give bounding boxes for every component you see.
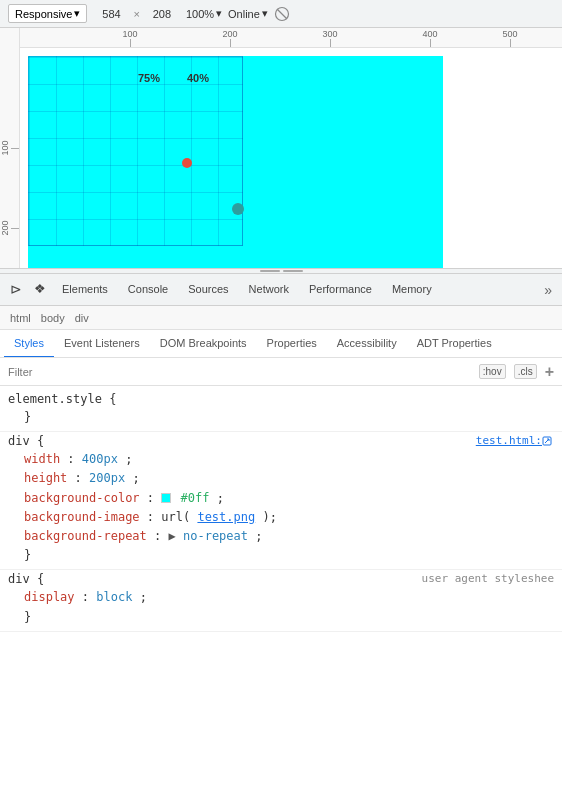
responsive-select[interactable]: Responsive ▾ <box>8 4 87 23</box>
preview-area: 100 200 300 400 500 100 200 75% 40% <box>0 28 562 268</box>
sub-tabs-bar: Styles Event Listeners DOM Breakpoints P… <box>0 330 562 358</box>
sub-tab-event-listeners[interactable]: Event Listeners <box>54 330 150 358</box>
prop-value-height: 200px <box>89 471 125 485</box>
responsive-chevron-icon: ▾ <box>74 7 80 20</box>
style-selector-div-main: test.html: div { <box>8 434 554 448</box>
svg-line-1 <box>277 9 287 19</box>
ruler-label-200: 200 <box>222 29 237 39</box>
tab-sources-label: Sources <box>188 283 228 295</box>
teal-dot-marker <box>232 203 244 215</box>
color-swatch[interactable] <box>161 493 171 503</box>
tab-memory-label: Memory <box>392 283 432 295</box>
vertical-ruler: 100 200 <box>0 28 20 268</box>
style-prop-height: height : 200px ; <box>8 469 554 488</box>
tab-sources[interactable]: Sources <box>178 274 238 306</box>
style-prop-width: width : 400px ; <box>8 450 554 469</box>
style-source-div-main[interactable]: test.html: <box>476 434 542 447</box>
cls-button[interactable]: .cls <box>514 364 537 379</box>
style-block-div-ua: user agent styleshee div { display : blo… <box>0 570 562 631</box>
sub-tab-event-listeners-label: Event Listeners <box>64 337 140 349</box>
devtools-tabs-bar: ⊳ ❖ Elements Console Sources Network Per… <box>0 274 562 306</box>
tab-console-label: Console <box>128 283 168 295</box>
hov-button[interactable]: :hov <box>479 364 506 379</box>
sub-tab-accessibility[interactable]: Accessibility <box>327 330 407 358</box>
style-selector-element: element.style { <box>8 392 554 406</box>
style-closing-brace-3: } <box>24 610 31 624</box>
styles-content: element.style { } test.html: div { width… <box>0 386 562 636</box>
filter-right-controls: :hov .cls + <box>479 364 554 380</box>
add-rule-button[interactable]: + <box>545 364 554 380</box>
more-tabs-button[interactable]: » <box>538 282 558 298</box>
online-label: Online <box>228 8 260 20</box>
tab-elements[interactable]: Elements <box>52 274 118 306</box>
tab-console[interactable]: Console <box>118 274 178 306</box>
filter-bar: :hov .cls + <box>0 358 562 386</box>
style-closing-div-main: } <box>8 546 554 565</box>
devtools-panel: ⊳ ❖ Elements Console Sources Network Per… <box>0 274 562 636</box>
ruler-label-100: 100 <box>122 29 137 39</box>
style-block-element: element.style { } <box>0 390 562 432</box>
ruler-label-300: 300 <box>322 29 337 39</box>
style-source-ua: user agent styleshee <box>422 572 554 585</box>
tab-memory[interactable]: Memory <box>382 274 442 306</box>
no-throttle-icon <box>274 6 290 22</box>
tab-performance-label: Performance <box>309 283 372 295</box>
dimension-display: × <box>93 8 179 20</box>
sub-tab-styles[interactable]: Styles <box>4 330 54 358</box>
tab-network[interactable]: Network <box>239 274 299 306</box>
style-prop-display: display : block ; <box>8 588 554 607</box>
breadcrumb-body[interactable]: body <box>37 312 69 324</box>
style-selector-div-main-text: div { <box>8 434 44 448</box>
breadcrumb-div[interactable]: div <box>71 312 93 324</box>
ruler-label-400: 400 <box>422 29 437 39</box>
inspector-icon: ❖ <box>34 281 46 296</box>
prop-name-background-color: background-color <box>24 491 140 505</box>
breadcrumb: html body div <box>0 306 562 330</box>
sub-tab-adt-properties[interactable]: ADT Properties <box>407 330 502 358</box>
ruler-label-v-100: 100 <box>0 140 10 155</box>
sub-tab-styles-label: Styles <box>14 337 44 349</box>
tab-inspector[interactable]: ❖ <box>28 274 52 306</box>
sub-tab-properties[interactable]: Properties <box>257 330 327 358</box>
style-closing-element: } <box>8 408 554 427</box>
width-input[interactable] <box>93 8 129 20</box>
style-block-div-main: test.html: div { width : 400px ; height … <box>0 432 562 570</box>
breadcrumb-html[interactable]: html <box>6 312 35 324</box>
style-selector-div-ua-text: div { <box>8 572 44 586</box>
height-input[interactable] <box>144 8 180 20</box>
prop-expand-arrow[interactable]: ▶ <box>169 529 176 543</box>
prop-value-background-image-link[interactable]: test.png <box>197 510 255 524</box>
canvas-content: 75% 40% <box>20 48 562 268</box>
sub-tab-dom-breakpoints-label: DOM Breakpoints <box>160 337 247 349</box>
top-toolbar: Responsive ▾ × 100% ▾ Online ▾ <box>0 0 562 28</box>
prop-name-background-image: background-image <box>24 510 140 524</box>
style-selector-div-ua: user agent styleshee div { <box>8 572 554 586</box>
style-prop-background-image: background-image : url( test.png ); <box>8 508 554 527</box>
zoom-select[interactable]: 100% ▾ <box>186 7 222 20</box>
dimension-x: × <box>133 8 139 20</box>
online-select[interactable]: Online ▾ <box>228 7 268 20</box>
red-dot-marker <box>182 158 192 168</box>
prop-value-background-color: #0ff <box>181 491 210 505</box>
tab-elements-label: Elements <box>62 283 108 295</box>
grid-label-40: 40% <box>187 72 209 84</box>
drag-handle-dots <box>260 270 303 272</box>
tab-performance[interactable]: Performance <box>299 274 382 306</box>
zoom-label: 100% <box>186 8 214 20</box>
prop-name-width: width <box>24 452 60 466</box>
filter-input[interactable] <box>8 366 475 378</box>
prop-name-display: display <box>24 590 75 604</box>
cursor-icon: ⊳ <box>10 281 22 297</box>
grid-overlay <box>28 56 243 246</box>
style-prop-background-color: background-color : #0ff ; <box>8 489 554 508</box>
ruler-label-500: 500 <box>502 29 517 39</box>
style-selector-element-text: element.style { <box>8 392 116 406</box>
prop-name-background-repeat: background-repeat <box>24 529 147 543</box>
tab-network-label: Network <box>249 283 289 295</box>
prop-value-width: 400px <box>82 452 118 466</box>
sub-tab-adt-properties-label: ADT Properties <box>417 337 492 349</box>
style-closing-brace-1: } <box>24 410 31 424</box>
tab-cursor[interactable]: ⊳ <box>4 274 28 306</box>
prop-name-height: height <box>24 471 67 485</box>
sub-tab-dom-breakpoints[interactable]: DOM Breakpoints <box>150 330 257 358</box>
